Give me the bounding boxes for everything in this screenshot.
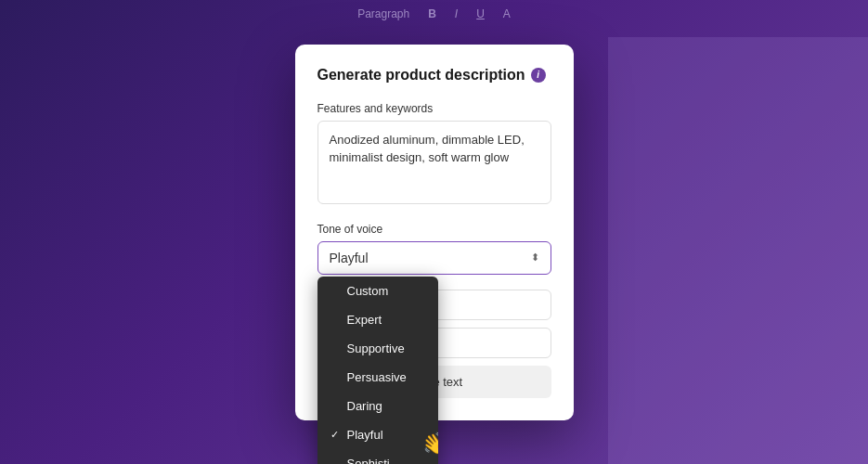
- info-icon[interactable]: i: [531, 68, 546, 83]
- dropdown-item-persuasive[interactable]: Persuasive: [317, 363, 438, 392]
- dropdown-item-expert[interactable]: Expert: [317, 305, 438, 334]
- dropdown-item-daring[interactable]: Daring: [317, 392, 438, 420]
- tone-selected-value: Playful: [330, 251, 369, 265]
- features-textarea[interactable]: [317, 121, 551, 204]
- tone-select-wrapper: Playful ⬍ Custom Expert Supportive: [317, 241, 551, 275]
- modal-title-text: Generate product description: [317, 67, 525, 84]
- modal-title-row: Generate product description i: [317, 67, 551, 84]
- dropdown-label-expert: Expert: [347, 313, 382, 327]
- dropdown-label-persuasive: Persuasive: [347, 370, 407, 384]
- dropdown-label-playful: Playful: [347, 428, 383, 442]
- tone-select[interactable]: Playful ⬍: [317, 241, 551, 275]
- bold-button: B: [428, 7, 436, 20]
- dropdown-item-supportive[interactable]: Supportive: [317, 334, 438, 363]
- dropdown-label-supportive: Supportive: [347, 342, 405, 355]
- select-arrow-icon: ⬍: [531, 251, 539, 264]
- dropdown-label-sophisti: Sophisti…: [347, 457, 402, 465]
- check-playful: ✓: [330, 429, 342, 441]
- italic-button: I: [455, 7, 458, 20]
- dropdown-label-custom: Custom: [347, 284, 389, 298]
- underline-button: U: [476, 7, 485, 20]
- paragraph-select: Paragraph: [357, 7, 409, 20]
- dropdown-label-daring: Daring: [347, 399, 382, 413]
- generate-modal: Generate product description i Features …: [295, 45, 574, 420]
- background-toolbar: Paragraph B I U A: [295, 0, 574, 28]
- tone-section: Tone of voice Playful ⬍ Custom Expert: [317, 223, 551, 275]
- tone-dropdown: Custom Expert Supportive Persuasive Dari: [317, 277, 438, 465]
- tone-label: Tone of voice: [317, 223, 551, 236]
- dropdown-item-custom[interactable]: Custom: [317, 277, 438, 305]
- features-label: Features and keywords: [317, 102, 551, 115]
- font-color-button: A: [503, 7, 511, 20]
- background-editor: [608, 37, 868, 464]
- dropdown-item-sophisti[interactable]: Sophisti…: [317, 449, 438, 465]
- dropdown-item-playful[interactable]: ✓ Playful 👋: [317, 420, 438, 449]
